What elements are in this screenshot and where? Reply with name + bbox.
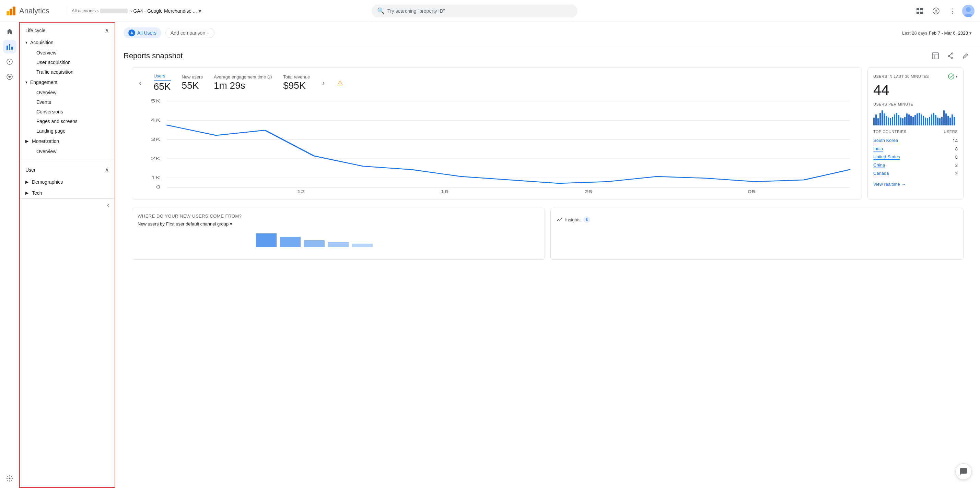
metrics-prev-button[interactable]: ‹ bbox=[138, 78, 143, 88]
user-acquisition-link[interactable]: User acquisition bbox=[20, 57, 115, 67]
more-options-button[interactable]: ⋮ bbox=[946, 4, 959, 18]
acquisition-overview-link[interactable]: Overview bbox=[20, 48, 115, 57]
mini-bar-item bbox=[880, 113, 881, 125]
subtitle-chevron-icon: ▾ bbox=[230, 221, 232, 227]
new-users-source-subtitle[interactable]: New users by First user default channel … bbox=[138, 221, 539, 227]
account-name-masked bbox=[100, 9, 128, 13]
date-range-selector[interactable]: Last 28 days Feb 7 - Mar 6, 2023 ▾ bbox=[902, 30, 972, 36]
pages-screens-link[interactable]: Pages and screens bbox=[20, 117, 115, 126]
country-name[interactable]: South Korea bbox=[873, 138, 898, 143]
rail-reports[interactable] bbox=[3, 40, 16, 54]
engagement-metric[interactable]: Average engagement time i 1m 29s bbox=[214, 74, 272, 91]
country-name[interactable]: Canada bbox=[873, 171, 889, 176]
svg-rect-49 bbox=[280, 237, 301, 247]
realtime-controls[interactable]: ▾ bbox=[948, 73, 958, 79]
mini-bar-item bbox=[933, 113, 934, 125]
svg-rect-51 bbox=[328, 242, 348, 247]
chat-button[interactable] bbox=[955, 463, 972, 480]
property-selector[interactable]: GA4 - Google Merchandise ... ▾ bbox=[133, 7, 201, 15]
analytics-logo bbox=[5, 5, 16, 16]
tech-arrow-icon: ▶ bbox=[25, 190, 29, 195]
engagement-overview-link[interactable]: Overview bbox=[20, 88, 115, 97]
add-comparison-label: Add comparison bbox=[170, 30, 205, 36]
all-accounts-link[interactable]: All accounts bbox=[72, 8, 96, 13]
add-comparison-button[interactable]: Add comparison + bbox=[165, 28, 215, 38]
rail-home[interactable] bbox=[3, 25, 16, 38]
mini-bar-item bbox=[943, 110, 945, 125]
user-avatar[interactable] bbox=[962, 5, 975, 17]
country-name[interactable]: China bbox=[873, 162, 885, 168]
mini-bar-item bbox=[886, 116, 887, 125]
mini-bar-item bbox=[947, 116, 949, 125]
svg-rect-5 bbox=[916, 12, 919, 14]
rail-settings[interactable] bbox=[3, 472, 16, 485]
country-name[interactable]: United States bbox=[873, 154, 900, 160]
search-bar[interactable]: 🔍 Try searching "property ID" bbox=[372, 5, 578, 17]
user-section-title: User bbox=[25, 167, 36, 173]
svg-rect-4 bbox=[920, 8, 923, 10]
svg-point-24 bbox=[948, 55, 950, 57]
lifecycle-chevron-icon[interactable]: ∧ bbox=[105, 27, 109, 34]
user-section-chevron-icon[interactable]: ∧ bbox=[105, 166, 109, 174]
logo-area[interactable]: Analytics bbox=[5, 5, 60, 16]
new-users-metric[interactable]: New users 55K bbox=[182, 74, 203, 91]
nav-actions: ? ⋮ bbox=[913, 4, 975, 18]
main-content: A All Users Add comparison + Last 28 day… bbox=[115, 22, 980, 488]
svg-point-22 bbox=[951, 53, 953, 54]
table-icon bbox=[932, 52, 939, 59]
svg-text:4K: 4K bbox=[151, 118, 161, 123]
mini-bar-item bbox=[896, 113, 897, 125]
revenue-metric[interactable]: Total revenue $95K bbox=[283, 74, 310, 91]
search-icon: 🔍 bbox=[377, 7, 385, 15]
lifecycle-title: Life cycle bbox=[25, 28, 45, 33]
metrics-next-button[interactable]: › bbox=[321, 78, 326, 88]
mini-bar-item bbox=[906, 113, 908, 125]
grid-icon bbox=[916, 8, 923, 14]
mini-bar-item bbox=[935, 115, 936, 125]
main-layout: Life cycle ∧ ▾ Acquisition Overview User… bbox=[0, 22, 980, 488]
conversions-link[interactable]: Conversions bbox=[20, 107, 115, 117]
acquisition-group-header[interactable]: ▾ Acquisition bbox=[20, 37, 115, 48]
help-button[interactable]: ? bbox=[929, 4, 943, 18]
realtime-dropdown-icon[interactable]: ▾ bbox=[956, 74, 958, 79]
edit-button[interactable] bbox=[959, 50, 972, 62]
demographics-group-header[interactable]: ▶ Demographics bbox=[20, 176, 115, 187]
rail-explore[interactable] bbox=[3, 55, 16, 68]
sidebar-collapse-btn[interactable]: ‹ bbox=[20, 198, 115, 211]
engagement-group-header[interactable]: ▾ Engagement bbox=[20, 77, 115, 88]
tech-group-header[interactable]: ▶ Tech bbox=[20, 187, 115, 198]
events-link[interactable]: Events bbox=[20, 97, 115, 107]
acquisition-chevron-icon: ▾ bbox=[25, 40, 27, 45]
lifecycle-header[interactable]: Life cycle ∧ bbox=[20, 23, 115, 37]
user-section-header[interactable]: User ∧ bbox=[20, 162, 115, 176]
account-area[interactable]: All accounts › › GA4 - Google Merchandis… bbox=[66, 7, 201, 15]
countries-header: TOP COUNTRIES USERS bbox=[873, 130, 958, 134]
more-icon: ⋮ bbox=[949, 7, 956, 15]
mini-bar-item bbox=[908, 114, 910, 125]
revenue-metric-value: $95K bbox=[283, 80, 310, 91]
country-count: 3 bbox=[955, 163, 958, 168]
customize-report-button[interactable] bbox=[929, 50, 942, 62]
svg-line-26 bbox=[950, 56, 951, 58]
mini-bar-item bbox=[894, 114, 895, 125]
property-name-text: GA4 - Google Merchandise ... bbox=[133, 8, 197, 14]
all-users-badge[interactable]: A All Users bbox=[124, 27, 161, 38]
mini-bar-item bbox=[912, 117, 914, 125]
chart-svg: 5K 4K 3K 2K 1K 0 bbox=[138, 98, 856, 193]
rail-advertising[interactable] bbox=[3, 70, 16, 84]
mini-bar-item bbox=[881, 110, 883, 125]
view-realtime-button[interactable]: View realtime → bbox=[873, 182, 958, 187]
engagement-label: Engagement bbox=[30, 79, 57, 85]
date-range-label: Last 28 days bbox=[902, 30, 928, 36]
users-metric[interactable]: Users 65K bbox=[154, 73, 171, 92]
traffic-acquisition-link[interactable]: Traffic acquisition bbox=[20, 67, 115, 77]
reports-icon bbox=[6, 43, 13, 51]
mini-bar-item bbox=[910, 116, 912, 125]
monetization-group-header[interactable]: ▶ Monetization bbox=[20, 136, 115, 147]
share-button[interactable] bbox=[944, 50, 957, 62]
landing-page-link[interactable]: Landing page bbox=[20, 126, 115, 136]
monetization-overview-link[interactable]: Overview bbox=[20, 147, 115, 156]
country-name[interactable]: India bbox=[873, 146, 883, 152]
apps-grid-button[interactable] bbox=[913, 4, 926, 18]
home-icon bbox=[6, 28, 13, 35]
